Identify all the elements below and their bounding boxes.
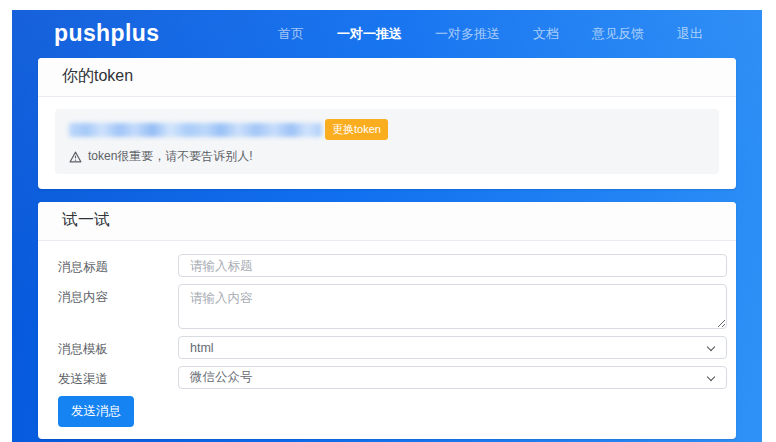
token-warning-text: token很重要，请不要告诉别人! [88, 148, 253, 165]
form-row-content: 消息内容 [58, 284, 727, 329]
send-channel-select[interactable]: 微信公众号 [178, 366, 727, 389]
message-template-select[interactable]: html [178, 336, 727, 359]
send-button-row: 发送消息 [58, 396, 727, 433]
pushplus-logo[interactable]: pushplus [54, 20, 159, 47]
form-row-title: 消息标题 [58, 254, 727, 277]
nav-item-one-to-one-push[interactable]: 一对一推送 [337, 25, 402, 43]
message-content-textarea[interactable] [178, 284, 727, 329]
chevron-down-icon [707, 373, 715, 381]
nav-item-home[interactable]: 首页 [278, 25, 304, 43]
nav-item-docs[interactable]: 文档 [533, 25, 559, 43]
nav-item-feedback[interactable]: 意见反馈 [592, 25, 644, 43]
message-template-label: 消息模板 [58, 336, 178, 358]
token-row: 更换token [69, 119, 705, 140]
chevron-down-icon [707, 343, 715, 351]
app-background: pushplus 首页 一对一推送 一对多推送 文档 意见反馈 退出 你的tok… [12, 10, 762, 442]
message-title-input[interactable] [178, 254, 727, 277]
warning-icon [69, 151, 82, 163]
nav-item-logout[interactable]: 退出 [677, 25, 703, 43]
message-content-label: 消息内容 [58, 284, 178, 306]
token-panel: 更换token token很重要，请不要告诉别人! [55, 109, 719, 174]
try-form: 消息标题 消息内容 消息模板 html 发送渠道 [38, 241, 736, 439]
form-row-channel: 发送渠道 微信公众号 [58, 366, 727, 389]
token-card-body: 更换token token很重要，请不要告诉别人! [38, 97, 736, 189]
token-warning: token很重要，请不要告诉别人! [69, 148, 705, 165]
nav-menu: 首页 一对一推送 一对多推送 文档 意见反馈 退出 [278, 25, 703, 43]
change-token-button[interactable]: 更换token [325, 119, 388, 140]
message-title-label: 消息标题 [58, 254, 178, 276]
try-card-title: 试一试 [38, 202, 736, 241]
send-message-button[interactable]: 发送消息 [58, 396, 134, 427]
message-template-value: html [190, 341, 214, 355]
send-channel-label: 发送渠道 [58, 366, 178, 388]
top-navbar: pushplus 首页 一对一推送 一对多推送 文档 意见反馈 退出 [12, 10, 762, 57]
nav-item-one-to-many-push[interactable]: 一对多推送 [435, 25, 500, 43]
token-value-redacted [69, 123, 322, 137]
form-row-template: 消息模板 html [58, 336, 727, 359]
send-channel-value: 微信公众号 [190, 369, 253, 386]
try-card: 试一试 消息标题 消息内容 消息模板 html [38, 202, 736, 439]
token-card: 你的token 更换token token很重要，请不要告诉别人! [38, 58, 736, 189]
token-card-title: 你的token [38, 58, 736, 97]
page-content: 你的token 更换token token很重要，请不要告诉别人! [12, 58, 762, 442]
